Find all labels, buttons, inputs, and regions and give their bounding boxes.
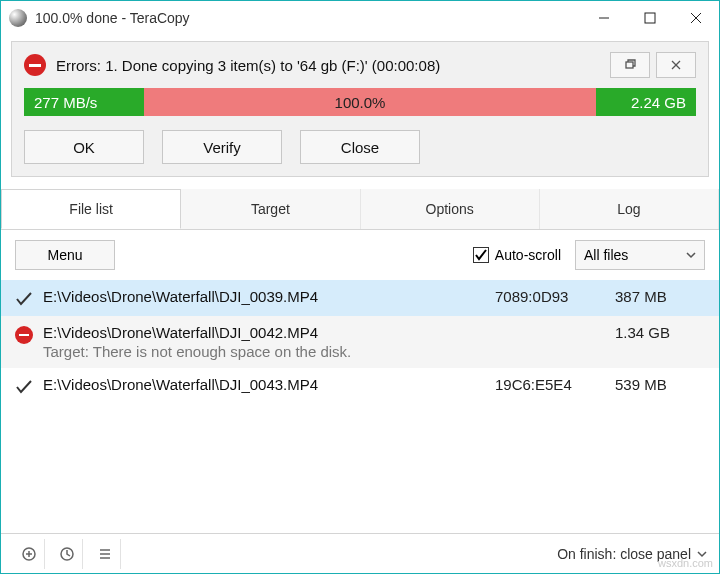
add-button[interactable] [13, 539, 45, 569]
check-icon [15, 378, 33, 396]
autoscroll-checkbox[interactable]: Auto-scroll [473, 247, 561, 263]
file-size: 387 MB [615, 288, 705, 305]
menu-button[interactable]: Menu [15, 240, 115, 270]
tab-options[interactable]: Options [361, 189, 540, 229]
list-toolbar: Menu Auto-scroll All files [1, 230, 719, 280]
footer: On finish: close panel [1, 533, 719, 573]
file-path: E:\Videos\Drone\Waterfall\DJI_0039.MP4 [43, 288, 485, 305]
ok-button[interactable]: OK [24, 130, 144, 164]
window-title: 100.0% done - TeraCopy [35, 10, 581, 26]
close-button[interactable]: Close [300, 130, 420, 164]
error-icon [24, 54, 46, 76]
titlebar: 100.0% done - TeraCopy [1, 1, 719, 35]
status-text: Errors: 1. Done copying 3 item(s) to '64… [56, 57, 600, 74]
filter-select[interactable]: All files [575, 240, 705, 270]
filter-label: All files [584, 247, 628, 263]
chevron-down-icon [686, 250, 696, 260]
list-view-button[interactable] [89, 539, 121, 569]
on-finish-label: On finish: close panel [557, 546, 691, 562]
svg-rect-1 [645, 13, 655, 23]
file-error-msg: Target: There is not enough space on the… [43, 343, 485, 360]
file-size: 539 MB [615, 376, 705, 393]
restore-panel-button[interactable] [610, 52, 650, 78]
on-finish-select[interactable]: On finish: close panel [557, 546, 707, 562]
progress-percent: 100.0% [24, 94, 696, 111]
tab-bar: File list Target Options Log [1, 189, 719, 230]
status-panel: Errors: 1. Done copying 3 item(s) to '64… [11, 41, 709, 177]
history-button[interactable] [51, 539, 83, 569]
file-path: E:\Videos\Drone\Waterfall\DJI_0042.MP4 [43, 324, 485, 341]
file-row[interactable]: E:\Videos\Drone\Waterfall\DJI_0043.MP4 1… [1, 368, 719, 404]
checkbox-icon [473, 247, 489, 263]
file-size: 1.34 GB [615, 324, 705, 341]
file-hash: 19C6:E5E4 [495, 376, 605, 393]
close-window-button[interactable] [673, 3, 719, 33]
tab-target[interactable]: Target [181, 189, 360, 229]
file-path: E:\Videos\Drone\Waterfall\DJI_0043.MP4 [43, 376, 485, 393]
tab-log[interactable]: Log [540, 189, 719, 229]
error-icon [15, 326, 33, 344]
app-window: 100.0% done - TeraCopy Errors: 1. Done c… [0, 0, 720, 574]
progress-bar: 277 MB/s 100.0% 2.24 GB [24, 88, 696, 116]
tab-file-list[interactable]: File list [1, 189, 181, 229]
file-row[interactable]: E:\Videos\Drone\Waterfall\DJI_0042.MP4 T… [1, 316, 719, 368]
app-icon [9, 9, 27, 27]
close-panel-button[interactable] [656, 52, 696, 78]
verify-button[interactable]: Verify [162, 130, 282, 164]
file-hash: 7089:0D93 [495, 288, 605, 305]
check-icon [15, 290, 33, 308]
minimize-button[interactable] [581, 3, 627, 33]
file-list[interactable]: E:\Videos\Drone\Waterfall\DJI_0039.MP4 7… [1, 280, 719, 533]
svg-rect-4 [626, 62, 633, 68]
maximize-button[interactable] [627, 3, 673, 33]
autoscroll-label: Auto-scroll [495, 247, 561, 263]
chevron-down-icon [697, 549, 707, 559]
file-row[interactable]: E:\Videos\Drone\Waterfall\DJI_0039.MP4 7… [1, 280, 719, 316]
